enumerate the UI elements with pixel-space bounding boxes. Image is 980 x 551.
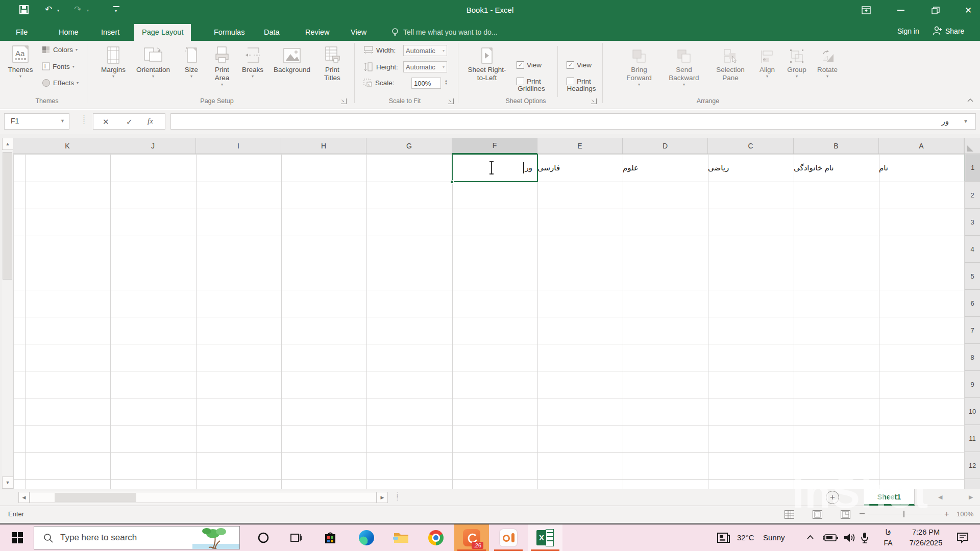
gridline-v	[708, 154, 708, 489]
gridline-v	[110, 154, 111, 489]
volume-icon[interactable]	[843, 533, 855, 543]
language-code: FA	[879, 538, 897, 548]
row-header-11[interactable]: 11	[964, 425, 980, 452]
zoom-slider-handle[interactable]	[903, 511, 904, 517]
zoom-out-button[interactable]	[860, 513, 865, 514]
select-all-corner[interactable]	[964, 138, 980, 154]
chrome-button[interactable]	[419, 524, 453, 551]
gridline-h	[13, 425, 964, 425]
row-header-8[interactable]: 8	[964, 344, 980, 371]
hidden-icons-chevron[interactable]	[806, 535, 814, 540]
row-header-6[interactable]: 6	[964, 290, 980, 317]
action-center-icon[interactable]	[957, 532, 969, 543]
normal-view-button[interactable]	[785, 510, 794, 519]
edge-button[interactable]	[349, 524, 384, 551]
row-header-5[interactable]: 5	[964, 263, 980, 290]
chrome-icon	[428, 530, 444, 545]
grid-cell-A1[interactable]: نام	[879, 154, 964, 182]
gridline-h	[13, 452, 964, 453]
grid-cell-E1[interactable]: فارسی	[537, 154, 623, 182]
language-indicator[interactable]: فا FA	[879, 527, 897, 548]
column-header-J[interactable]: J	[110, 138, 196, 154]
column-header-K[interactable]: K	[25, 138, 110, 154]
column-header-D[interactable]: D	[623, 138, 708, 154]
taskbar-search-box[interactable]: Type here to search	[34, 526, 240, 549]
gridline-v	[794, 154, 794, 489]
grid-cell-B1[interactable]: نام خانوادگی	[794, 154, 879, 182]
row-header-1[interactable]: 1	[964, 154, 980, 182]
gridline-v	[281, 154, 282, 489]
gridline-v	[13, 154, 14, 489]
scrollbar-splitter[interactable]: ⋮⋮	[394, 492, 401, 499]
page-layout-view-button[interactable]	[813, 510, 822, 519]
sheet-tab-sheet1[interactable]: Sheet1	[864, 489, 915, 506]
zoom-level[interactable]: 100%	[957, 510, 973, 518]
scroll-down-button[interactable]: ▼	[2, 477, 13, 489]
excel-taskbar-button[interactable]: X	[528, 524, 562, 551]
scroll-up-button[interactable]: ▲	[2, 138, 13, 150]
gridline-v	[25, 154, 26, 489]
gridline-v	[964, 154, 965, 489]
new-sheet-button[interactable]: +	[826, 491, 839, 504]
time: 7:26 PM	[902, 527, 949, 538]
row-header-12[interactable]: 12	[964, 452, 980, 479]
hscroll-left-button[interactable]: ◀	[18, 492, 30, 503]
zoom-in-button[interactable]: +	[944, 510, 949, 519]
row-header-7[interactable]: 7	[964, 317, 980, 344]
row-header-partial[interactable]	[964, 479, 980, 489]
grid-cell-D1[interactable]: علوم	[623, 154, 708, 182]
column-header-H[interactable]: H	[281, 138, 366, 154]
column-header-C[interactable]: C	[708, 138, 794, 154]
grid-cell-C1[interactable]: ریاضی	[708, 154, 793, 182]
language-native: فا	[879, 527, 897, 538]
battery-icon[interactable]	[823, 534, 838, 542]
recorder-app-icon: .26	[463, 529, 480, 546]
gridline-h	[13, 479, 964, 480]
cortana-button[interactable]	[249, 524, 278, 551]
camera-app-button[interactable]	[491, 524, 526, 551]
page-break-view-button[interactable]	[841, 510, 850, 519]
sheet-tab-row: ◀ ▶ ⋮⋮ + Sheet1 ◀ ▶	[0, 489, 980, 506]
weather-temp[interactable]: 32°C	[737, 533, 754, 542]
file-explorer-button[interactable]	[384, 524, 419, 551]
row-header-4[interactable]: 4	[964, 236, 980, 263]
clock[interactable]: 7:26 PM 7/26/2025	[902, 527, 949, 548]
row-header-2[interactable]: 2	[964, 182, 980, 209]
column-header-partial[interactable]	[13, 138, 25, 154]
weather-condition[interactable]: Sunny	[763, 533, 785, 542]
gridline-h	[13, 317, 964, 317]
news-widget-icon[interactable]	[717, 532, 731, 544]
gridline-v	[196, 154, 197, 489]
recorder-app-button[interactable]: .26	[454, 524, 489, 551]
excel-window: ↶ ▾ ↷ ▾ ▾ Book1 - Excel ✕ File Home Inse…	[0, 0, 980, 551]
zoom-slider-track[interactable]	[868, 514, 942, 514]
column-header-F[interactable]: F	[452, 138, 537, 154]
horizontal-scrollbar[interactable]	[30, 492, 377, 503]
vertical-scrollbar[interactable]: ▲ ▼	[2, 138, 13, 489]
vertical-scroll-thumb[interactable]	[3, 152, 12, 280]
text-caret	[523, 162, 524, 173]
row-header-3[interactable]: 3	[964, 209, 980, 236]
column-header-E[interactable]: E	[537, 138, 623, 154]
fill-handle[interactable]	[450, 180, 454, 184]
gridline-v	[537, 154, 538, 489]
hscroll-right-button[interactable]: ▶	[377, 492, 388, 503]
column-header-A[interactable]: A	[879, 138, 964, 154]
column-header-G[interactable]: G	[366, 138, 452, 154]
horizontal-scroll-thumb[interactable]	[55, 493, 136, 502]
worksheet-grid: KJIHGFEDCBA123456789101112فارسیعلومریاضی…	[0, 134, 980, 489]
gridline-h	[13, 344, 964, 344]
column-header-B[interactable]: B	[794, 138, 879, 154]
tab-scroll-left-icon[interactable]: ◀	[938, 494, 942, 500]
date: 7/26/2025	[902, 538, 949, 548]
start-button[interactable]	[4, 524, 31, 551]
cells-area[interactable]	[13, 154, 964, 489]
file-explorer-icon	[393, 531, 409, 544]
row-header-10[interactable]: 10	[964, 398, 980, 425]
tab-scroll-right-icon[interactable]: ▶	[969, 494, 973, 500]
task-view-button[interactable]	[282, 524, 310, 551]
microphone-icon[interactable]	[861, 532, 869, 543]
microsoft-store-button[interactable]	[315, 524, 345, 551]
row-header-9[interactable]: 9	[964, 371, 980, 398]
column-header-I[interactable]: I	[196, 138, 281, 154]
